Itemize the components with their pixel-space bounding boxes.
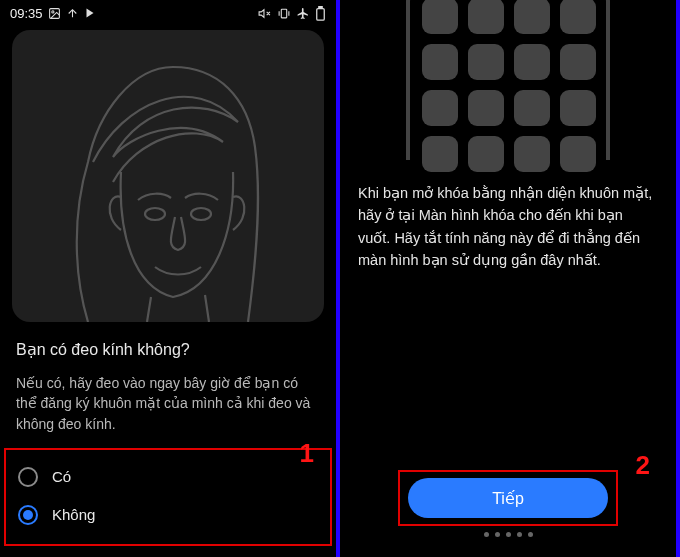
app-tile [468, 0, 504, 34]
next-button-label: Tiếp [492, 489, 524, 508]
mute-icon [257, 7, 272, 20]
svg-rect-2 [281, 9, 286, 18]
upload-icon [66, 7, 79, 20]
app-tile [422, 44, 458, 80]
app-tile [560, 90, 596, 126]
radio-label: Có [52, 468, 71, 485]
app-tile [560, 0, 596, 34]
app-tile [422, 0, 458, 34]
radio-icon [18, 505, 38, 525]
radio-option-no[interactable]: Không [12, 496, 324, 534]
play-icon [84, 7, 96, 19]
app-tile [422, 90, 458, 126]
page-indicator [484, 532, 533, 537]
vibrate-icon [277, 7, 291, 20]
app-tile [560, 136, 596, 172]
screen-stay-on-lockscreen: Khi bạn mở khóa bằng nhận diện khuôn mặt… [340, 0, 676, 557]
app-grid-illustration [422, 0, 594, 172]
app-tile [422, 136, 458, 172]
statusbar: 09:35 [0, 0, 336, 26]
highlight-box: Tiếp [398, 470, 618, 526]
question-description: Nếu có, hãy đeo vào ngay bây giờ để bạn … [16, 373, 320, 434]
glasses-question-block: Bạn có đeo kính không? Nếu có, hãy đeo v… [0, 322, 336, 434]
info-text: Khi bạn mở khóa bằng nhận diện khuôn mặt… [340, 160, 676, 272]
app-tile [468, 136, 504, 172]
svg-point-6 [191, 208, 211, 220]
annotation-label-1: 1 [300, 438, 314, 469]
svg-point-5 [145, 208, 165, 220]
svg-point-1 [51, 10, 53, 12]
app-tile [468, 90, 504, 126]
face-illustration-frame [12, 30, 324, 322]
dot [495, 532, 500, 537]
airplane-icon [296, 7, 310, 20]
app-tile [560, 44, 596, 80]
svg-rect-3 [317, 8, 325, 20]
radio-icon [18, 467, 38, 487]
radio-label: Không [52, 506, 95, 523]
battery-icon [315, 6, 326, 21]
app-tile [514, 44, 550, 80]
dot [517, 532, 522, 537]
radio-option-yes[interactable]: Có [12, 458, 324, 496]
next-button[interactable]: Tiếp [408, 478, 608, 518]
app-tile [514, 0, 550, 34]
image-icon [48, 7, 61, 20]
status-time: 09:35 [10, 6, 43, 21]
dot [506, 532, 511, 537]
button-zone: Tiếp [340, 470, 676, 537]
question-title: Bạn có đeo kính không? [16, 340, 320, 359]
app-tile [514, 90, 550, 126]
screen-glasses-question: 09:35 [0, 0, 336, 557]
svg-rect-4 [319, 6, 322, 8]
glasses-radio-group: Có Không [4, 448, 332, 546]
face-illustration [43, 42, 293, 322]
app-tile [468, 44, 504, 80]
phone-illustration [406, 0, 610, 160]
dot [484, 532, 489, 537]
app-tile [514, 136, 550, 172]
dot [528, 532, 533, 537]
